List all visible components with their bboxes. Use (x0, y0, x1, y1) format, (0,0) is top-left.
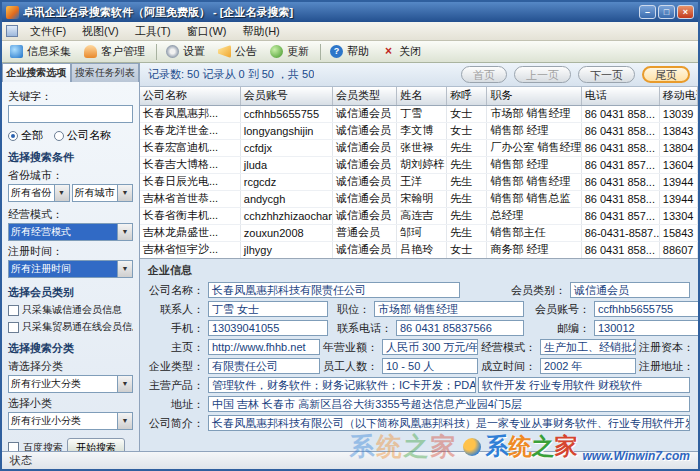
tab-task-list[interactable]: 搜索任务列表 (71, 63, 140, 82)
baidu-search-checkbox[interactable] (8, 442, 19, 451)
col-phone[interactable]: 电话 (581, 87, 659, 105)
table-cell: 市场部 销售经理 (487, 105, 581, 122)
intro-field[interactable]: 长春凤凰惠邦科技有限公司（以下简称凤凰惠邦科技）是一家专业从事财务软件、行业专用… (208, 415, 690, 431)
toolbar-close-button[interactable]: 关闭 (377, 41, 428, 62)
radio-company-name[interactable] (54, 131, 64, 141)
col-mobile[interactable]: 移动电话 (659, 87, 697, 105)
first-page-button[interactable]: 首页 (461, 66, 507, 83)
table-row[interactable]: 吉林省恒宇沙...jlhygy诚信通会员吕艳玲女士商务部 经理86 0431 8… (140, 241, 698, 258)
col-salutation[interactable]: 称呼 (447, 87, 487, 105)
business-mode-value: 所有经营模式 (9, 224, 117, 240)
category-small-select[interactable]: 所有行业小分类 (8, 412, 133, 430)
zip-field[interactable]: 130012 (594, 320, 698, 336)
chevron-down-icon (117, 224, 132, 240)
company-type-field[interactable]: 有限责任公司 (208, 358, 320, 374)
toolbar-update-button[interactable]: 更新 (265, 41, 316, 62)
reg-time-select[interactable]: 所有注册时间 (8, 260, 133, 278)
table-cell: 13604 (659, 156, 697, 173)
table-row[interactable]: 长春省衡丰机...cchzhhzhizaochang诚信通会员高连吉先生总经理8… (140, 207, 698, 224)
maoyitong-checkbox[interactable] (8, 322, 19, 333)
employees-field[interactable]: 10 - 50 人 (382, 358, 478, 374)
products-label: 主营产品： (148, 378, 206, 393)
tab-search-options[interactable]: 企业搜索选项 (2, 63, 71, 82)
table-row[interactable]: 吉林龙鼎盛世...zouxun2008普通会员邹珂先生销售部主任86-0431-… (140, 224, 698, 241)
homepage-field[interactable]: http://www.fhhb.net (208, 339, 320, 355)
table-cell: jlhygy (240, 241, 332, 258)
col-company-name[interactable]: 公司名称 (140, 87, 240, 105)
megaphone-icon (218, 45, 231, 58)
table-row[interactable]: 长春龙洋世金...longyangshijin诚信通会员李文博女士销售部 经理8… (140, 122, 698, 139)
mobile-field[interactable]: 13039041055 (208, 320, 328, 336)
keyword-scope-radios: 全部 公司名称 (8, 128, 133, 143)
table-cell: 诚信通会员 (333, 207, 397, 224)
col-member-account[interactable]: 会员账号 (240, 87, 332, 105)
minimize-button[interactable] (639, 5, 656, 19)
table-cell: 先生 (447, 139, 487, 156)
col-title[interactable]: 职务 (487, 87, 581, 105)
member-type-field[interactable]: 诚信通会员 (570, 282, 690, 298)
contact-field[interactable]: 丁雪 女士 (208, 301, 328, 317)
revenue-field[interactable]: 人民币 300 万元/年 (382, 339, 478, 355)
gear-icon (166, 45, 179, 58)
table-cell: 86 0431 858... (581, 241, 659, 258)
address-field[interactable]: 中国 吉林 长春市 高新区昌谷大街3355号超达信息产业园4门5层 (208, 396, 690, 412)
toolbar-label: 客户管理 (101, 44, 145, 59)
toolbar-info-collect-button[interactable]: 信息采集 (5, 41, 78, 62)
table-cell: 王洋 (397, 173, 447, 190)
refresh-icon (270, 45, 283, 58)
toolbar-customer-button[interactable]: 客户管理 (79, 41, 152, 62)
city-select[interactable]: 所有城市 (72, 184, 134, 202)
menu-tools[interactable]: 工具(T) (127, 22, 179, 41)
maximize-button[interactable] (658, 5, 675, 19)
table-cell: 13944 (659, 173, 697, 190)
table-cell: 总经理 (487, 207, 581, 224)
table-row[interactable]: 吉林省首世恭...andycgh诚信通会员宋翰明先生销售部 销售总监86 043… (140, 190, 698, 207)
start-search-button[interactable]: 开始搜索 (67, 438, 125, 451)
table-row[interactable]: 长春宏富迪机...ccfdjx诚信通会员张世禄先生厂办公室 销售经理86 043… (140, 139, 698, 156)
prev-page-button[interactable]: 上一页 (514, 66, 571, 83)
menu-window[interactable]: 窗口(W) (179, 22, 235, 41)
close-button[interactable] (677, 5, 694, 19)
keyword-label: 关键字： (8, 89, 133, 104)
table-cell: 86 0431 858... (581, 139, 659, 156)
toolbar-notice-button[interactable]: 公告 (213, 41, 264, 62)
col-name[interactable]: 姓名 (397, 87, 447, 105)
col-member-type[interactable]: 会员类型 (333, 87, 397, 105)
phone-field[interactable]: 86 0431 85837566 (396, 320, 524, 336)
contact-label: 联系人： (148, 302, 206, 317)
title-bar: 卓讯企业名录搜索软件（阿里免费版） - [企业名录搜索] (2, 2, 698, 22)
table-row[interactable]: 长春日辰光电...rcgcdz诚信通会员王洋先生销售部 销售经理86 0431 … (140, 173, 698, 190)
radio-all[interactable] (8, 131, 18, 141)
results-table-container[interactable]: 公司名称 会员账号 会员类型 姓名 称呼 职务 电话 移动电话 长春凤凰惠邦..… (140, 87, 698, 259)
next-page-button[interactable]: 下一页 (578, 66, 635, 83)
mdi-child-icon (6, 25, 18, 37)
position-label: 职位： (330, 302, 372, 317)
account-field[interactable]: ccfhhb5655755 (594, 301, 698, 317)
province-select[interactable]: 所有省份 (8, 184, 70, 202)
chengxintong-checkbox[interactable] (8, 305, 19, 316)
table-cell: 13944 (659, 190, 697, 207)
products-field-2[interactable]: 软件开发 行业专用软件 财税软件 (478, 377, 690, 393)
detail-row: 企业类型： 有限责任公司 员工人数： 10 - 50 人 成立时间： 2002 … (148, 358, 690, 374)
table-cell: 吕艳玲 (397, 241, 447, 258)
table-row[interactable]: 长春吉大博格...jluda诚信通会员胡刘婷梓先生销售部 经理86 0431 8… (140, 156, 698, 173)
chevron-down-icon (117, 376, 132, 392)
table-row[interactable]: 长春凤凰惠邦...ccfhhb5655755诚信通会员丁雪女士市场部 销售经理8… (140, 105, 698, 122)
menu-help[interactable]: 帮助(H) (234, 22, 287, 41)
table-cell: 女士 (447, 122, 487, 139)
products-field[interactable]: 管理软件，财务软件；财务记账软件；IC卡开发；PDA开发；智能卡设备； (208, 377, 476, 393)
menu-view[interactable]: 视图(V) (74, 22, 127, 41)
table-cell: andycgh (240, 190, 332, 207)
keyword-input[interactable] (8, 105, 133, 123)
menu-file[interactable]: 文件(F) (22, 22, 74, 41)
business-mode-select[interactable]: 所有经营模式 (8, 223, 133, 241)
founded-field[interactable]: 2002 年 (540, 358, 636, 374)
mode-field[interactable]: 生产加工、经销批发 (540, 339, 636, 355)
last-page-button[interactable]: 尾页 (642, 66, 690, 83)
toolbar-label: 更新 (287, 44, 309, 59)
company-name-field[interactable]: 长春凤凰惠邦科技有限责任公司 (208, 282, 460, 298)
category-big-select[interactable]: 所有行业大分类 (8, 375, 133, 393)
toolbar-help-button[interactable]: 帮助 (325, 41, 376, 62)
toolbar-settings-button[interactable]: 设置 (161, 41, 212, 62)
position-field[interactable]: 市场部 销售经理 (374, 301, 524, 317)
